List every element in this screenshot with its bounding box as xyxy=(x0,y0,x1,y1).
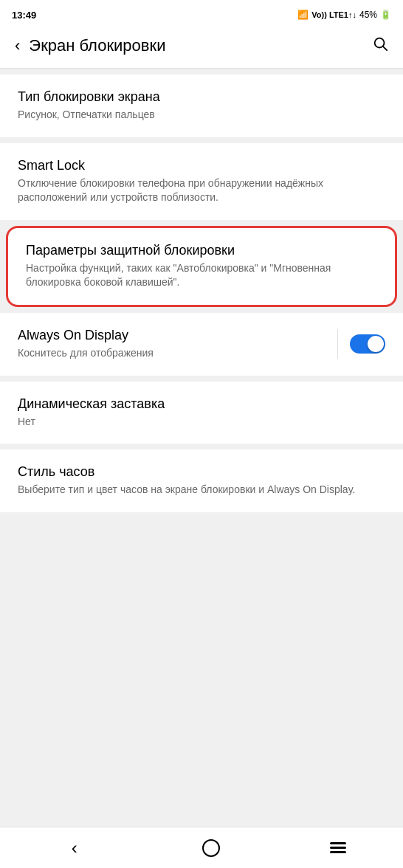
search-button[interactable] xyxy=(369,32,391,59)
navigation-bar: ‹ xyxy=(0,827,403,868)
nav-back-button[interactable]: ‹ xyxy=(54,832,95,864)
settings-item-always-on-title: Always On Display xyxy=(18,328,326,343)
settings-item-always-on[interactable]: Always On Display Коснитесь для отображе… xyxy=(0,313,403,376)
back-button[interactable]: ‹ xyxy=(12,33,23,58)
header-left: ‹ Экран блокировки xyxy=(12,33,165,58)
settings-item-lock-type[interactable]: Тип блокировки экрана Рисунок, Отпечатки… xyxy=(0,75,403,137)
settings-item-smart-lock-subtitle: Отключение блокировки телефона при обнар… xyxy=(18,176,385,205)
settings-item-secure-lock[interactable]: Параметры защитной блокировки Настройка … xyxy=(6,226,397,307)
settings-item-secure-lock-title: Параметры защитной блокировки xyxy=(26,243,377,258)
status-bar: 13:49 📶 Vo)) LTE1↑↓ 45% 🔋 xyxy=(0,0,403,27)
settings-item-dynamic-wallpaper[interactable]: Динамическая заставка Нет xyxy=(0,382,403,444)
settings-item-dynamic-wallpaper-title: Динамическая заставка xyxy=(18,396,385,412)
toggle-separator xyxy=(337,329,338,359)
svg-line-1 xyxy=(383,46,387,50)
settings-item-lock-type-subtitle: Рисунок, Отпечатки пальцев xyxy=(18,108,385,123)
page-header: ‹ Экран блокировки xyxy=(0,27,403,69)
settings-item-smart-lock-title: Smart Lock xyxy=(18,158,385,173)
status-time: 13:49 xyxy=(12,10,36,21)
settings-item-dynamic-wallpaper-subtitle: Нет xyxy=(18,415,385,430)
nav-recents-button[interactable] xyxy=(327,839,349,856)
settings-item-clock-style-title: Стиль часов xyxy=(18,464,385,480)
nav-home-button[interactable] xyxy=(202,839,220,857)
settings-list: Тип блокировки экрана Рисунок, Отпечатки… xyxy=(0,69,403,827)
settings-item-lock-type-title: Тип блокировки экрана xyxy=(18,89,385,105)
status-icons: 📶 Vo)) LTE1↑↓ 45% 🔋 xyxy=(297,10,391,20)
signal-icon: Vo)) LTE1↑↓ xyxy=(311,10,356,19)
settings-item-smart-lock[interactable]: Smart Lock Отключение блокировки телефон… xyxy=(0,143,403,220)
settings-item-clock-style-subtitle: Выберите тип и цвет часов на экране блок… xyxy=(18,483,385,497)
settings-item-always-on-subtitle: Коснитесь для отображения xyxy=(18,346,326,361)
wifi-icon: 📶 xyxy=(297,10,309,20)
settings-item-always-on-text: Always On Display Коснитесь для отображе… xyxy=(18,328,326,361)
settings-item-clock-style[interactable]: Стиль часов Выберите тип и цвет часов на… xyxy=(0,450,403,512)
battery-icon: 45% xyxy=(359,10,377,20)
always-on-toggle[interactable] xyxy=(350,334,385,354)
settings-item-secure-lock-subtitle: Настройка функций, таких как "Автоблокир… xyxy=(26,261,377,290)
battery-bar-icon: 🔋 xyxy=(380,10,391,20)
page-title: Экран блокировки xyxy=(29,36,165,55)
